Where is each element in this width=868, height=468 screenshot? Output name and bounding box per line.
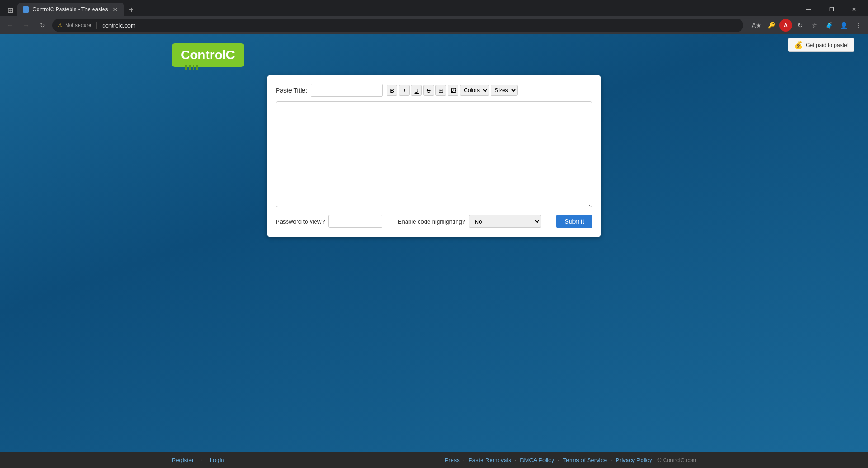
site-logo[interactable]: ControlC — [172, 43, 244, 67]
logo-text: ControlC — [181, 48, 235, 62]
password-section: Password to view? — [276, 215, 382, 228]
footer-register-link[interactable]: Register — [172, 457, 193, 463]
url-text: controlc.com — [102, 22, 136, 29]
user-icon[interactable]: 👤 — [837, 19, 850, 32]
apps-button[interactable]: ⊞ — [4, 4, 16, 16]
back-button[interactable]: ← — [4, 19, 16, 32]
bottom-row: Password to view? Enable code highlighti… — [276, 215, 592, 228]
underline-button[interactable]: U — [411, 85, 422, 96]
footer-divider-1: · — [463, 457, 465, 463]
menu-icon[interactable]: ⋮ — [852, 19, 864, 32]
italic-button[interactable]: i — [399, 85, 410, 96]
logo-container: ControlC — [172, 43, 244, 67]
paste-title-row: Paste Title: B i U S ⊞ 🖼 Colors Sizes — [276, 84, 592, 97]
tab-close-button[interactable]: ✕ — [112, 6, 119, 13]
password-input[interactable] — [328, 215, 382, 228]
formatting-toolbar: B i U S ⊞ 🖼 Colors Sizes — [387, 85, 518, 96]
footer-divider-3: · — [558, 457, 559, 463]
extension-button[interactable]: A — [779, 19, 792, 32]
main-panel: Paste Title: B i U S ⊞ 🖼 Colors Sizes — [267, 75, 601, 237]
browser-tabs: ⊞ ControlC Pastebin - The easies ✕ + — [4, 3, 798, 16]
address-bar[interactable]: ⚠ Not secure | controlc.com — [52, 19, 743, 32]
footer-dmca-link[interactable]: DMCA Policy — [520, 457, 554, 463]
footer-login-link[interactable]: Login — [210, 457, 224, 463]
footer-inner: Register · Login Press · Paste Removals … — [163, 457, 705, 463]
refresh-icon[interactable]: ↻ — [794, 19, 807, 32]
bold-button[interactable]: B — [387, 85, 397, 96]
security-label: Not secure — [65, 22, 91, 28]
window-controls: — ❐ ✕ — [798, 3, 864, 16]
tab-title: ControlC Pastebin - The easies — [33, 6, 108, 13]
minimize-button[interactable]: — — [798, 3, 819, 16]
close-button[interactable]: ✕ — [844, 3, 864, 16]
highlighting-label: Enable code highlighting? — [398, 218, 465, 225]
password-label: Password to view? — [276, 218, 325, 225]
browser-addressbar: ← → ↻ ⚠ Not secure | controlc.com A★ 🔑 A… — [0, 16, 868, 34]
strikethrough-button[interactable]: S — [423, 85, 434, 96]
address-separator: | — [96, 21, 98, 29]
colors-select[interactable]: Colors — [460, 85, 489, 96]
footer-separator-1: · — [201, 457, 202, 463]
password-manager-icon[interactable]: 🔑 — [765, 19, 778, 32]
submit-button[interactable]: Submit — [556, 215, 592, 228]
sizes-select[interactable]: Sizes — [491, 85, 518, 96]
page-content: 💰 Get paid to paste! ControlC Paste Titl… — [0, 34, 868, 452]
paste-title-label: Paste Title: — [276, 87, 307, 94]
paste-title-input[interactable] — [311, 84, 383, 97]
tab-favicon — [23, 6, 29, 13]
active-tab[interactable]: ControlC Pastebin - The easies ✕ — [17, 3, 124, 16]
translate-icon[interactable]: A★ — [750, 19, 763, 32]
paste-textarea[interactable] — [276, 101, 592, 207]
footer-right-links: Press · Paste Removals · DMCA Policy · T… — [445, 457, 696, 463]
footer-left-links: Register · Login — [172, 457, 224, 463]
get-paid-button[interactable]: 💰 Get paid to paste! — [788, 38, 854, 52]
bookmarks-icon[interactable]: ☆ — [808, 19, 821, 32]
image-button[interactable]: 🖼 — [448, 85, 458, 96]
maximize-button[interactable]: ❐ — [821, 3, 842, 16]
footer-divider-2: · — [515, 457, 516, 463]
footer-copyright: © ControlC.com — [657, 457, 696, 463]
browser-chrome: ⊞ ControlC Pastebin - The easies ✕ + — ❐… — [0, 0, 868, 34]
browser-titlebar: ⊞ ControlC Pastebin - The easies ✕ + — ❐… — [0, 0, 868, 16]
highlighting-section: Enable code highlighting? No Yes - Auto … — [392, 215, 547, 228]
browser-toolbar-right: A★ 🔑 A ↻ ☆ 🧳 👤 ⋮ — [750, 19, 864, 32]
highlighting-select[interactable]: No Yes - Auto Detect Yes - C Yes - Pytho… — [469, 215, 541, 228]
footer-press-link[interactable]: Press — [445, 457, 460, 463]
footer: Register · Login Press · Paste Removals … — [0, 452, 868, 468]
table-button[interactable]: ⊞ — [435, 85, 446, 96]
new-tab-button[interactable]: + — [125, 4, 138, 16]
security-icon: ⚠ — [58, 23, 62, 28]
footer-paste-removals-link[interactable]: Paste Removals — [468, 457, 511, 463]
footer-privacy-link[interactable]: Privacy Policy — [616, 457, 652, 463]
footer-tos-link[interactable]: Terms of Service — [563, 457, 607, 463]
money-icon: 💰 — [794, 41, 803, 49]
footer-divider-4: · — [610, 457, 612, 463]
get-paid-label: Get paid to paste! — [806, 42, 849, 48]
forward-button[interactable]: → — [20, 19, 33, 32]
profiles-icon[interactable]: 🧳 — [823, 19, 835, 32]
reload-button[interactable]: ↻ — [36, 19, 49, 32]
